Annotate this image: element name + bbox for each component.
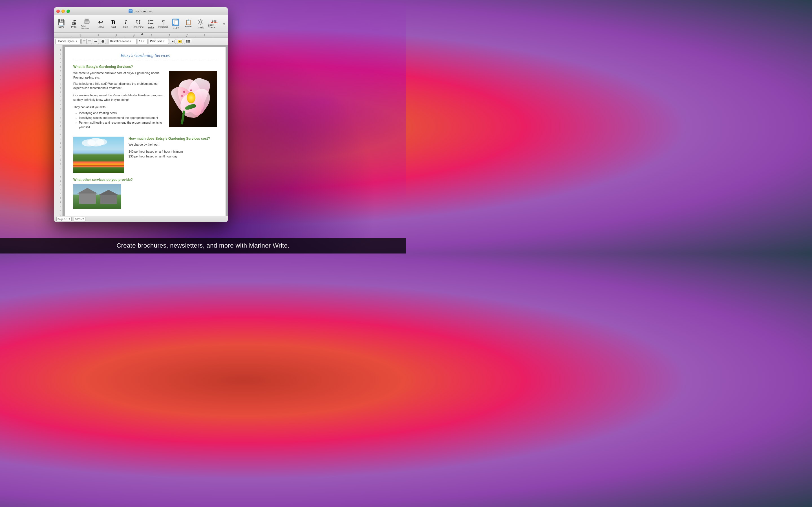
- undo-button[interactable]: ↩ Undo: [95, 16, 107, 32]
- paste-label: Paste: [185, 25, 192, 28]
- invisibles-label: Invisibles: [158, 25, 168, 28]
- size-select[interactable]: 12 ▼: [138, 39, 148, 44]
- section2-price1: $40 per hour based on a 4 hour minimum: [129, 149, 217, 154]
- svg-rect-17: [198, 22, 199, 22]
- more-button[interactable]: »: [222, 16, 227, 32]
- copy-button[interactable]: Copy: [170, 16, 182, 32]
- zoom-indicator[interactable]: 100% ▼: [74, 217, 86, 221]
- title-bar: W brochure.mwd: [54, 7, 228, 15]
- save-label: Save: [58, 25, 64, 28]
- italic-icon: I: [124, 19, 126, 25]
- svg-rect-52: [83, 42, 86, 42]
- svg-point-14: [200, 21, 202, 23]
- svg-point-8: [148, 20, 149, 21]
- svg-rect-53: [88, 40, 91, 41]
- svg-rect-5: [85, 21, 89, 22]
- section3: What other services do you provide?: [73, 178, 217, 209]
- svg-rect-1: [86, 19, 88, 20]
- align-left-button[interactable]: [82, 39, 87, 44]
- svg-rect-16: [200, 24, 201, 25]
- invisibles-button[interactable]: ¶ Invisibles: [157, 16, 169, 32]
- print-preview-button[interactable]: Print Preview: [80, 16, 94, 32]
- bullet-list: • Identifying and treating pests • Ident…: [75, 111, 165, 129]
- section2-intro: We charge by the hour:: [129, 142, 217, 147]
- svg-point-12: [148, 23, 149, 24]
- list-item: • Perform soil testing and recommend the…: [75, 121, 165, 129]
- svg-rect-55: [88, 42, 91, 42]
- section3-heading: What other services do you provide?: [73, 178, 217, 182]
- italic-label: Italic: [123, 26, 129, 29]
- status-bar: Page 1/1 ▼ 100% ▼: [54, 216, 228, 222]
- save-button[interactable]: 💾 Save: [55, 16, 67, 32]
- paste-button[interactable]: 📋 Paste: [183, 16, 194, 32]
- align-buttons: [82, 39, 92, 44]
- section1-text: We come to your home and take care of al…: [73, 71, 165, 132]
- text-color-swatch: A: [171, 40, 175, 43]
- house-image: [73, 184, 121, 209]
- svg-rect-13: [150, 23, 153, 24]
- bold-button[interactable]: B Bold: [107, 16, 119, 32]
- document-scroll[interactable]: Betsy's Gardening Services What is Betsy…: [63, 45, 228, 216]
- svg-rect-22: [198, 23, 199, 24]
- flower-image: [169, 71, 217, 132]
- svg-text:5: 5: [151, 34, 152, 36]
- style-select[interactable]: Header Style+ ▼: [55, 39, 81, 44]
- table-button[interactable]: [184, 39, 192, 44]
- svg-rect-20: [201, 23, 202, 24]
- prefs-button[interactable]: Prefs: [195, 16, 207, 32]
- window-controls: [56, 10, 70, 13]
- list-item: • Identifying and treating pests: [75, 111, 165, 116]
- bullet-button[interactable]: Bullet: [145, 16, 157, 32]
- copy-label: Copy: [173, 26, 179, 29]
- print-icon: 🖨: [71, 19, 77, 25]
- spellcheck-label: Spell Check: [208, 24, 220, 29]
- prefs-icon: [198, 19, 204, 26]
- toolbar: 💾 Save 🖨 Print Print Pre: [54, 15, 228, 33]
- section1-body4: They can assist you with:: [73, 105, 165, 110]
- maximize-button[interactable]: [66, 10, 70, 13]
- plain-text-select[interactable]: Plain Text ▼: [149, 39, 169, 44]
- spellcheck-button[interactable]: abc Spell Check: [207, 16, 221, 32]
- bold-icon: B: [111, 19, 115, 25]
- close-button[interactable]: [56, 10, 60, 13]
- ruler: 1 2 3 4 5 6 7 8: [54, 33, 228, 38]
- format-bar: Header Style+ ▼ — Helvetica Neue ▼ 12: [54, 38, 228, 45]
- line-numbers: 12345 67890 12345 67890 12345 67890 1234…: [54, 45, 63, 216]
- copy-icon: [172, 18, 179, 26]
- minimize-button[interactable]: [61, 10, 65, 13]
- section1-content: We come to your home and take care of al…: [73, 71, 217, 132]
- highlight-button[interactable]: A: [177, 39, 183, 44]
- dash-button[interactable]: —: [93, 39, 99, 44]
- svg-rect-21: [201, 20, 202, 21]
- document-area: 12345 67890 12345 67890 12345 67890 1234…: [54, 45, 228, 216]
- bold-label: Bold: [111, 26, 116, 29]
- svg-text:6: 6: [169, 34, 170, 36]
- color-dot: [101, 40, 104, 43]
- spellcheck-icon: abc: [211, 19, 218, 23]
- svg-point-10: [148, 21, 149, 22]
- garden-image: [73, 136, 124, 173]
- underline-button[interactable]: U Underline: [132, 16, 144, 32]
- section1-body3: Our workers have passed the Penn State M…: [73, 93, 165, 102]
- print-label: Print: [71, 25, 77, 28]
- svg-rect-11: [150, 22, 153, 22]
- section1-body2: Plants looking a little sad? We can diag…: [73, 82, 165, 91]
- table-icon: [186, 40, 190, 43]
- svg-text:8: 8: [204, 34, 205, 36]
- align-center-button[interactable]: [87, 39, 92, 44]
- italic-button[interactable]: I Italic: [120, 16, 132, 32]
- section1-body1: We come to your home and take care of al…: [73, 71, 165, 80]
- text-color-button[interactable]: A: [170, 39, 176, 44]
- font-select[interactable]: Helvetica Neue ▼: [109, 39, 137, 44]
- section2-content: How much does Betsy's Gardening Services…: [73, 136, 217, 173]
- svg-rect-9: [150, 20, 153, 21]
- undo-icon: ↩: [98, 19, 103, 25]
- print-button[interactable]: 🖨 Print: [68, 16, 80, 32]
- svg-rect-19: [198, 20, 199, 21]
- section2-price2: $30 per hour based on an 8 hour day: [129, 154, 217, 159]
- window-title: W brochure.mwd: [129, 9, 153, 13]
- ruler-inner: 1 2 3 4 5 6 7 8: [63, 33, 228, 37]
- page-indicator[interactable]: Page 1/1 ▼: [56, 217, 71, 221]
- color-button[interactable]: [100, 39, 106, 44]
- caption-text: Create brochures, newsletters, and more …: [116, 242, 290, 249]
